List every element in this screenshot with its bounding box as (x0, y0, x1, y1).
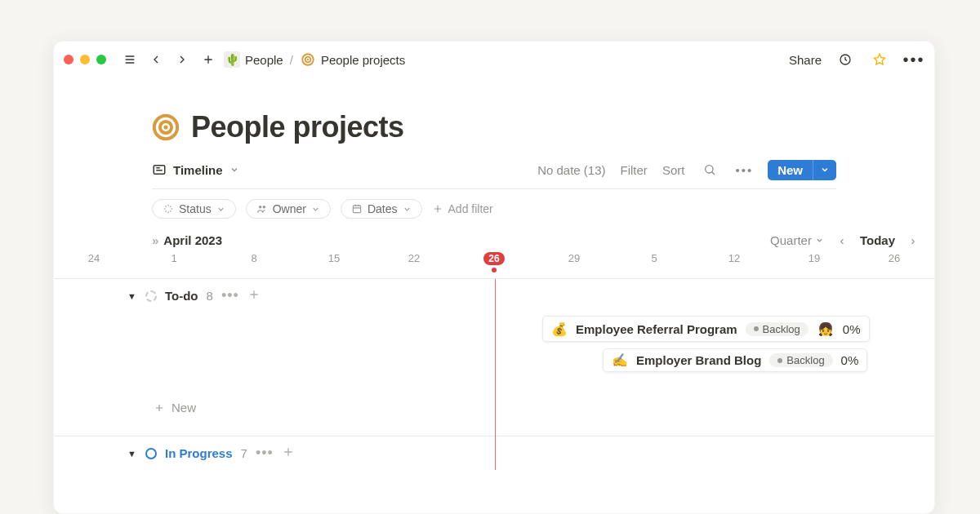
date-cell: 26 (454, 252, 534, 265)
timeline-prev-icon[interactable]: ‹ (835, 233, 849, 247)
group-name[interactable]: To-do (165, 289, 198, 303)
collapse-toggle-icon[interactable]: ▼ (127, 291, 137, 301)
minimize-window-icon[interactable] (80, 55, 90, 64)
svg-rect-11 (353, 206, 360, 213)
chevron-down-icon (216, 205, 225, 214)
close-window-icon[interactable] (64, 55, 74, 64)
no-date-button[interactable]: No date (13) (537, 163, 605, 177)
active-filters: Status Owner Dates Add filter (54, 189, 934, 219)
date-ruler: 2418152226295121926 (54, 247, 934, 270)
group-lane-todo: 💰 Employee Referral Program Backlog 👧 0%… (54, 312, 934, 394)
sparkle-icon (163, 203, 174, 215)
card-emoji-icon: ✍️ (612, 352, 628, 368)
favorite-star-icon[interactable] (869, 49, 890, 70)
status-badge: Backlog (769, 353, 832, 367)
chevron-down-icon (311, 205, 320, 214)
avatar: 👧 (817, 320, 835, 338)
collapse-toggle-icon[interactable]: ▼ (127, 449, 137, 459)
filter-pill-status[interactable]: Status (152, 199, 236, 219)
card-emoji-icon: 💰 (551, 321, 568, 337)
group-add-icon[interactable] (247, 288, 261, 304)
date-cell: 5 (614, 252, 694, 265)
tab-timeline-label: Timeline (173, 163, 223, 177)
filter-pill-label: Dates (368, 202, 398, 215)
group-count: 8 (207, 289, 213, 303)
filter-pill-owner[interactable]: Owner (246, 199, 331, 219)
page-title[interactable]: People projects (191, 110, 404, 144)
page-emoji-icon[interactable] (152, 113, 180, 141)
timeline-today-button[interactable]: Today (860, 233, 895, 247)
status-badge: Backlog (746, 322, 808, 336)
card-percent: 0% (841, 353, 859, 367)
timeline-month[interactable]: » April 2023 (152, 233, 222, 247)
nav-back-icon[interactable] (145, 49, 167, 70)
tab-timeline[interactable]: Timeline (152, 162, 239, 177)
group-name[interactable]: In Progress (165, 446, 233, 460)
nav-forward-icon[interactable] (172, 49, 193, 70)
group-add-icon[interactable] (282, 445, 295, 461)
titlebar: 🌵 People / People projects Share ••• (54, 42, 934, 78)
plus-icon (154, 402, 165, 414)
date-cell: 24 (54, 252, 134, 265)
chevron-down-icon (403, 205, 412, 214)
group-more-icon[interactable]: ••• (221, 287, 239, 304)
add-filter-label: Add filter (448, 202, 493, 215)
updates-icon[interactable] (835, 49, 856, 70)
timeline-scale-label: Quarter (770, 233, 812, 247)
svg-point-10 (262, 206, 265, 209)
today-date-pill: 26 (483, 252, 504, 265)
chevron-down-icon (815, 236, 824, 245)
timeline-next-icon[interactable]: › (906, 233, 920, 247)
filter-pill-label: Owner (273, 202, 306, 215)
share-button[interactable]: Share (789, 53, 822, 67)
card-title: Employee Referral Program (576, 322, 737, 336)
view-more-icon[interactable]: ••• (735, 163, 753, 177)
new-button-group: New (768, 160, 836, 180)
status-circle-inprogress-icon (145, 448, 157, 459)
timeline-card[interactable]: 💰 Employee Referral Program Backlog 👧 0% (542, 316, 870, 342)
view-controls: Timeline No date (13) Filter Sort ••• Ne… (54, 144, 934, 180)
expand-icon: » (152, 233, 158, 247)
breadcrumb-current[interactable]: People projects (321, 53, 405, 67)
filter-button[interactable]: Filter (621, 163, 648, 177)
date-cell: 12 (694, 252, 774, 265)
group-more-icon[interactable]: ••• (256, 445, 274, 462)
sort-button[interactable]: Sort (662, 163, 685, 177)
chevron-down-icon (820, 165, 830, 175)
people-icon (256, 203, 268, 215)
svg-point-8 (706, 166, 713, 173)
search-icon[interactable] (699, 159, 720, 180)
breadcrumb-parent[interactable]: People (245, 53, 283, 67)
hamburger-icon[interactable] (119, 49, 140, 70)
group-header-todo: ▼ To-do 8 ••• (54, 279, 934, 312)
timeline-body: ▼ To-do 8 ••• 💰 Employee Referral Progra… (54, 279, 934, 470)
timeline-card[interactable]: ✍️ Employer Brand Blog Backlog 0% (603, 348, 867, 372)
group-header-inprogress: ▼ In Progress 7 ••• (54, 436, 934, 470)
breadcrumb-sep: / (290, 53, 293, 67)
new-button[interactable]: New (768, 160, 813, 180)
date-cell: 26 (854, 252, 934, 265)
new-page-icon[interactable] (198, 49, 219, 70)
date-cell: 1 (134, 252, 214, 265)
breadcrumb: 🌵 People / People projects (224, 51, 405, 68)
add-row-button[interactable]: New (54, 394, 934, 428)
maximize-window-icon[interactable] (96, 55, 106, 64)
page-header: People projects (54, 78, 934, 144)
timeline-scale-select[interactable]: Quarter (770, 233, 824, 247)
chevron-down-icon (229, 165, 239, 175)
breadcrumb-page-icon[interactable]: 🌵 (224, 51, 240, 68)
titlebar-right: Share ••• (789, 49, 924, 70)
add-filter-button[interactable]: Add filter (432, 202, 493, 215)
date-cell: 8 (214, 252, 294, 265)
date-cell: 19 (774, 252, 854, 265)
traffic-lights (64, 55, 106, 64)
filter-pill-dates[interactable]: Dates (341, 199, 422, 219)
new-button-dropdown[interactable] (813, 160, 836, 180)
target-icon (300, 51, 316, 68)
plus-icon (432, 203, 443, 215)
svg-point-9 (259, 206, 262, 209)
more-icon[interactable]: ••• (903, 49, 924, 70)
card-title: Employer Brand Blog (636, 353, 761, 367)
date-cell: 22 (374, 252, 454, 265)
filter-pill-label: Status (179, 202, 212, 215)
